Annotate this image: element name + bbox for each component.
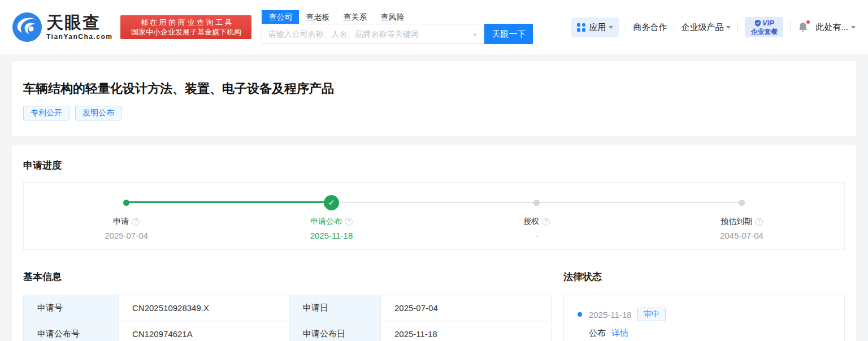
step-date: 2045-07-04 [720, 231, 763, 240]
status-badge: 审中 [637, 308, 666, 321]
logo-title: 天眼查 [46, 14, 112, 31]
search-tab-risk[interactable]: 查风险 [374, 10, 411, 24]
info-value: 2025-07-04 [381, 295, 552, 321]
timeline-bullet [578, 312, 582, 317]
enterprise-products-label: 企业级产品 [681, 22, 723, 33]
chevron-down-icon [609, 26, 613, 29]
progress-step-authorization: 授权 ? - [434, 195, 639, 249]
legal-status-date: 2025-11-18 [589, 310, 632, 320]
step-date: - [535, 231, 538, 240]
divider [790, 22, 791, 32]
legal-status-panel: 2025-11-18 审中 公布 详情 [563, 295, 845, 341]
step-pending-dot [739, 200, 745, 206]
logo-subtitle: TianYanCha.com [46, 33, 112, 40]
apps-menu[interactable]: 应用 [571, 18, 619, 37]
header-nav: 应用 商务合作 企业级产品 VIP 企业套餐 [571, 17, 856, 37]
step-date: 2025-11-18 [310, 231, 353, 240]
info-label: 申请公布日 [289, 321, 381, 341]
help-icon[interactable]: ? [345, 218, 353, 226]
info-label: 申请日 [289, 295, 381, 321]
patent-title: 车辆结构的轻量化设计方法、装置、电子设备及程序产品 [23, 80, 845, 97]
user-account-label: 此处有... [815, 22, 848, 33]
step-label: 授权 [523, 217, 539, 227]
vip-shield-icon [754, 20, 761, 27]
divider [626, 22, 626, 32]
step-label: 预估到期 [721, 217, 752, 227]
divider [737, 22, 738, 32]
search-tab-boss[interactable]: 查老板 [299, 10, 336, 24]
vip-label: VIP [762, 19, 774, 27]
search-tab-relation[interactable]: 查关系 [336, 10, 374, 24]
step-date: 2025-07-04 [105, 231, 148, 240]
tag-invention-publication[interactable]: 发明公布 [75, 106, 121, 120]
top-header: 天眼查 TianYanCha.com 都 在 用 的 商 业 查 询 工 具 国… [0, 0, 868, 54]
table-row: 申请号 CN202510928349.X 申请日 2025-07-04 [24, 295, 552, 321]
notification-dot [806, 20, 810, 24]
apps-grid-icon [577, 23, 585, 32]
basic-info-table: 申请号 CN202510928349.X 申请日 2025-07-04 申请公布… [23, 295, 552, 341]
slogan-line1: 都 在 用 的 商 业 查 询 工 具 [125, 18, 246, 27]
help-icon[interactable]: ? [542, 218, 550, 226]
info-value: CN202510928349.X [119, 295, 289, 321]
search-input-wrap: × [262, 24, 484, 44]
enterprise-products-menu[interactable]: 企业级产品 [681, 22, 731, 33]
progress-section-heading: 申请进度 [23, 159, 845, 172]
slogan-banner: 都 在 用 的 商 业 查 询 工 具 国家中小企业发展子基金旗下机构 [120, 15, 251, 39]
detail-link[interactable]: 详情 [611, 328, 628, 338]
tag-patent-publication[interactable]: 专利公开 [23, 106, 70, 120]
legal-status-heading: 法律状态 [563, 270, 845, 283]
legal-event: 公布 [589, 328, 606, 338]
info-value: 2025-11-18 [381, 321, 552, 341]
patent-detail-card: 申请进度 申请 ? 2025-07-04 ✓ 申请公布 ? 2025-11-18… [12, 145, 856, 341]
info-label: 申请公布号 [24, 321, 119, 341]
divider [674, 22, 674, 32]
tianyancha-logo-icon [12, 12, 42, 42]
business-cooperation-link[interactable]: 商务合作 [633, 22, 667, 33]
patent-title-card: 车辆结构的轻量化设计方法、装置、电子设备及程序产品 专利公开 发明公布 [12, 61, 856, 136]
basic-info-heading: 基本信息 [23, 270, 551, 283]
notification-bell[interactable] [797, 21, 809, 33]
progress-step-estimated-expiry: 预估到期 ? 2045-07-04 [639, 195, 844, 249]
chevron-down-icon [726, 26, 731, 29]
search-tabs: 查公司 查老板 查关系 查风险 [262, 10, 533, 24]
info-label: 申请号 [24, 295, 119, 321]
search-input[interactable] [268, 29, 471, 38]
search-button[interactable]: 天眼一下 [484, 24, 533, 44]
step-label: 申请公布 [310, 217, 342, 227]
tianyancha-logo[interactable]: 天眼查 TianYanCha.com [12, 12, 112, 42]
step-label: 申请 [113, 217, 129, 227]
application-progress-timeline: 申请 ? 2025-07-04 ✓ 申请公布 ? 2025-11-18 授权 ?… [23, 182, 845, 250]
chevron-down-icon [851, 26, 856, 29]
progress-step-publication: ✓ 申请公布 ? 2025-11-18 [229, 195, 434, 249]
progress-step-application: 申请 ? 2025-07-04 [24, 195, 229, 249]
search-tab-company[interactable]: 查公司 [262, 10, 299, 24]
step-check-icon: ✓ [324, 195, 339, 210]
vip-package-button[interactable]: VIP 企业套餐 [745, 17, 783, 37]
info-value: CN120974621A [119, 321, 289, 341]
apps-label: 应用 [589, 22, 606, 33]
slogan-line2: 国家中小企业发展子基金旗下机构 [125, 27, 246, 37]
user-account-menu[interactable]: 此处有... [815, 22, 856, 33]
help-icon[interactable]: ? [132, 218, 140, 226]
help-icon[interactable]: ? [755, 218, 763, 226]
clear-icon[interactable]: × [471, 29, 479, 39]
step-done-dot [123, 200, 129, 206]
search-area: 查公司 查老板 查关系 查风险 × 天眼一下 [262, 10, 533, 44]
step-pending-dot [533, 200, 540, 206]
vip-package-label: 企业套餐 [750, 28, 778, 35]
table-row: 申请公布号 CN120974621A 申请公布日 2025-11-18 [24, 321, 552, 341]
